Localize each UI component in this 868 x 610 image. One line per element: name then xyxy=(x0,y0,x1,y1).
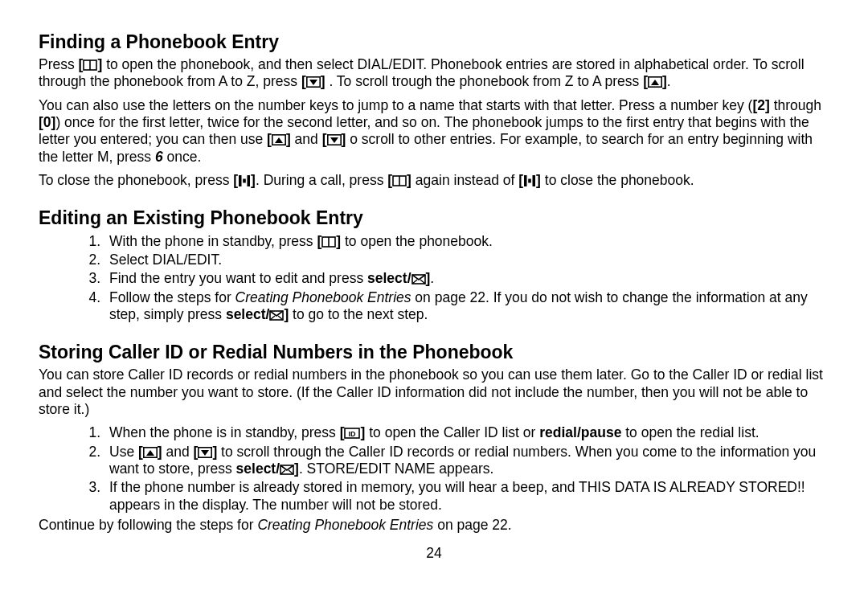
heading-finding: Finding a Phonebook Entry xyxy=(39,31,829,53)
ref-creating-entries: Creating Phonebook Entries xyxy=(235,289,411,305)
up-triangle-icon xyxy=(648,76,662,88)
heading-storing: Storing Caller ID or Redial Numbers in t… xyxy=(39,341,829,363)
text: on page 22. xyxy=(433,517,511,533)
text: and xyxy=(166,444,194,460)
list-item: Select DIAL/EDIT. xyxy=(104,252,829,268)
book-icon xyxy=(392,174,407,186)
book-icon xyxy=(83,59,97,71)
key-2: [2] xyxy=(752,97,769,113)
storing-steps: When the phone is in standby, press [] t… xyxy=(39,424,829,514)
up-triangle-icon xyxy=(272,134,286,145)
down-triangle-icon xyxy=(306,76,321,88)
text: . xyxy=(667,73,671,89)
list-item: With the phone in standby, press [] to o… xyxy=(104,233,829,250)
list-item: When the phone is in standby, press [] t… xyxy=(104,424,829,441)
text: . STORE/EDIT NAME appears. xyxy=(299,461,494,477)
text: through xyxy=(770,97,821,113)
text: Continue by following the steps for xyxy=(39,517,257,533)
page-number: 24 xyxy=(39,545,829,562)
down-triangle-icon xyxy=(327,134,342,145)
list-item: Follow the steps for Creating Phonebook … xyxy=(104,289,829,324)
up-triangle-icon xyxy=(143,447,158,458)
finding-para-1: Press [] to open the phonebook, and then… xyxy=(39,56,829,91)
end-call-icon xyxy=(523,174,536,186)
editing-steps: With the phone in standby, press [] to o… xyxy=(39,233,829,324)
text: and xyxy=(295,131,322,147)
text: With the phone in standby, press xyxy=(109,233,317,249)
finding-para-2: You can also use the letters on the numb… xyxy=(39,97,829,166)
text: again instead of xyxy=(416,172,518,188)
envelope-icon xyxy=(269,309,284,321)
text: select/ xyxy=(236,461,280,477)
ref-creating-entries: Creating Phonebook Entries xyxy=(257,517,433,533)
redial-pause-key: redial/pause xyxy=(539,424,621,440)
text: to go to the next step. xyxy=(293,306,428,322)
text: . xyxy=(430,270,434,286)
text: once. xyxy=(163,149,202,165)
finding-para-3: To close the phonebook, press []. During… xyxy=(39,172,829,189)
list-item: Use [] and [] to scroll through the Call… xyxy=(104,444,829,478)
text: to open the redial list. xyxy=(625,424,759,440)
text: to close the phonebook. xyxy=(545,172,694,188)
text: Find the entry you want to edit and pres… xyxy=(109,270,367,286)
heading-editing: Editing an Existing Phonebook Entry xyxy=(39,207,829,229)
envelope-icon xyxy=(411,273,426,285)
text: . To scroll trough the phonebook from Z … xyxy=(329,73,643,89)
text: To close the phonebook, press xyxy=(39,172,233,188)
book-icon xyxy=(321,235,336,248)
text: Use xyxy=(109,444,138,460)
text: Follow the steps for xyxy=(109,289,235,305)
text: to open the phonebook. xyxy=(345,233,493,249)
caller-id-icon xyxy=(344,427,360,439)
text: You can also use the letters on the numb… xyxy=(39,97,752,113)
down-triangle-icon xyxy=(198,447,212,458)
text: select/ xyxy=(367,270,411,286)
text: . During a call, press xyxy=(256,172,387,188)
list-item: Find the entry you want to edit and pres… xyxy=(104,270,829,287)
key-6: 6 xyxy=(155,149,163,165)
storing-continue: Continue by following the steps for Crea… xyxy=(39,517,829,534)
key-0: [0] xyxy=(39,114,55,130)
storing-intro: You can store Caller ID records or redia… xyxy=(39,366,829,418)
text: select/ xyxy=(226,306,269,322)
text: Press xyxy=(39,56,79,72)
text: When the phone is in standby, press xyxy=(109,424,340,440)
text: to open the Caller ID list or xyxy=(369,424,539,440)
end-call-icon xyxy=(238,174,251,186)
envelope-icon xyxy=(280,464,294,475)
list-item: If the phone number is already stored in… xyxy=(104,479,829,514)
